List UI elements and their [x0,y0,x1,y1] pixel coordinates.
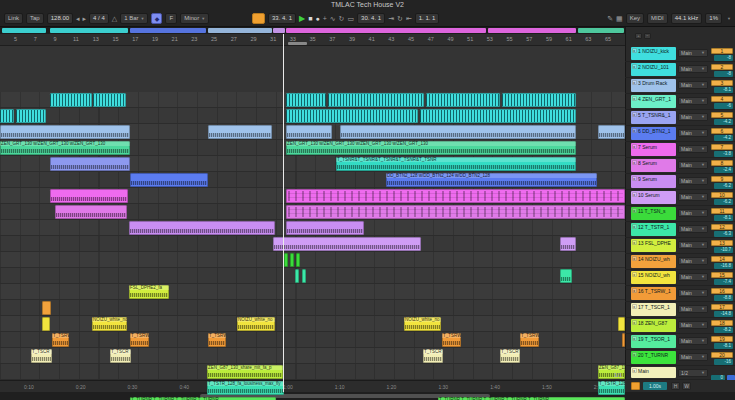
volume-display[interactable]: -8.1 [714,215,733,221]
fold-arrow-icon[interactable]: ▸ [632,368,637,373]
clip[interactable] [42,301,51,315]
track-name[interactable]: ▸Main [631,367,676,378]
volume-display[interactable]: -16.8 [714,263,733,269]
clip[interactable]: T_TSCR [31,349,52,363]
volume-display[interactable]: -3.8 [714,151,733,157]
track-header[interactable]: ▸17 T_TSCR_1Main▼17-14.8 [625,302,735,318]
track-activator[interactable]: 5 [711,112,733,118]
track-name[interactable]: ▸16 T_TSRW_1 [631,287,676,300]
tempo-display[interactable]: 128.00 [47,13,73,24]
clip[interactable] [50,189,128,203]
output-routing-chooser[interactable]: Main▼ [678,81,708,89]
play-button[interactable]: ▶ [299,13,305,24]
volume-display[interactable]: -6.3 [714,231,733,237]
track-activator[interactable]: 2 [711,64,733,70]
fold-arrow-icon[interactable]: ▸ [632,336,637,341]
track-header[interactable]: ▸20 T_TURNRMain▼20-16 [625,350,735,366]
track-header[interactable]: ▸8 SerumMain▼8-2.4 [625,158,735,174]
track-activator[interactable]: 9 [711,176,733,182]
clip[interactable]: NOIZU_white_no [404,317,441,331]
draw-mode-pencil-icon[interactable]: ✎ [607,13,613,24]
track-activator[interactable]: 4 [711,96,733,102]
track-name[interactable]: ▸17 T_TSCR_1 [631,303,676,316]
clip[interactable]: T_TSRW [520,333,539,347]
tap-tempo-button[interactable]: Tap [26,13,44,24]
fold-arrow-icon[interactable]: ▸ [632,320,637,325]
computer-midi-keyboard-icon[interactable]: ▦ [616,13,623,24]
loop-length-display[interactable]: 1. 1. 1 [415,13,440,24]
clip[interactable] [420,109,576,123]
clip[interactable] [93,93,126,107]
clip[interactable] [273,237,421,251]
metronome-icon[interactable]: △ [112,13,117,24]
track-activator[interactable]: 14 [711,256,733,262]
output-routing-chooser[interactable]: 1/2▼ [678,369,708,377]
clip[interactable] [296,253,300,267]
clip[interactable] [618,317,625,331]
fold-arrow-icon[interactable]: ▸ [632,256,637,261]
fold-arrow-icon[interactable]: ▸ [632,64,637,69]
track-lane[interactable] [0,284,625,300]
scale-mode-button[interactable]: ◆ [151,13,162,24]
track-name[interactable]: ▸11 T_TSN_s [631,207,676,220]
track-name[interactable]: ▸14 NOIZU_wh [631,255,676,268]
clip[interactable] [0,125,130,139]
clip[interactable]: T_TSCR [500,349,520,363]
clip[interactable] [50,157,130,171]
track-header[interactable]: ▸14 NOIZU_whMain▼14-16.8 [625,254,735,270]
output-routing-chooser[interactable]: Main▼ [678,177,708,185]
overdub-icon[interactable]: + [323,13,327,24]
clip[interactable]: T_TSRW [130,333,149,347]
volume-display[interactable]: -2.4 [714,167,733,173]
volume-display[interactable]: -14.8 [714,311,733,317]
fold-arrow-icon[interactable]: ▸ [632,144,637,149]
fold-arrow-icon[interactable]: ▸ [632,80,637,85]
time-signature-display[interactable]: 4 / 4 [89,13,109,24]
midi-map-button[interactable]: MIDI [647,13,668,24]
track-header[interactable]: ▸18 ZEN_G87Main▼18-8.2 [625,318,735,334]
volume-display[interactable]: -8.8 [714,295,733,301]
output-routing-chooser[interactable]: Main▼ [678,225,708,233]
clip[interactable]: T_TSCR [423,349,443,363]
time-selection-box[interactable]: 1.00s [643,382,667,390]
track-activator[interactable]: 20 [711,352,733,358]
clip[interactable]: NOIZU_white_no [237,317,275,331]
clip[interactable] [42,317,50,331]
track-lane[interactable] [0,348,625,364]
clip[interactable] [284,253,288,267]
fold-arrow-icon[interactable]: ▸ [632,352,637,357]
volume-display[interactable]: -4.2 [714,119,733,125]
track-lane[interactable] [0,300,625,316]
track-header[interactable]: ▸13 FSL_DPHEMain▼13-10.7 [625,238,735,254]
track-name[interactable]: ▸6 DD_BTN2_1 [631,127,676,140]
collapse-tracks-button[interactable]: − [644,33,651,39]
volume-display[interactable]: -4.2 [714,135,733,141]
nudge-down-icon[interactable]: ◂ [76,13,80,24]
optimize-height-button[interactable]: H [671,382,680,390]
track-header[interactable]: ▸7 SerumMain▼7-3.8 [625,142,735,158]
track-activator[interactable]: 1 [711,48,733,54]
track-name[interactable]: ▸4 ZEN_GRT_1 [631,95,676,108]
punch-out-icon[interactable]: ⇤ [406,13,412,24]
track-header[interactable]: ▸12 T_TSTR_1Main▼12-6.3 [625,222,735,238]
track-name[interactable]: ▸3 Drum Rack [631,79,676,92]
track-activator[interactable]: 6 [711,128,733,134]
track-header[interactable]: ▸11 T_TSN_sMain▼11-8.1 [625,206,735,222]
clip[interactable]: T_TSNR&T_TSNR&T_TSNR&T_TSNR&T_TSNR [336,157,576,171]
clip[interactable] [286,221,364,235]
volume-display[interactable]: -16 [714,359,733,365]
clip[interactable] [130,173,208,187]
track-header[interactable]: ▸19 T_TSOR_1Main▼19-8.1 [625,334,735,350]
key-map-button[interactable]: Key [626,13,644,24]
output-routing-chooser[interactable]: Main▼ [678,193,708,201]
clip[interactable] [560,237,576,251]
clip[interactable] [55,205,127,219]
capture-midi-icon[interactable]: ▭ [347,13,354,24]
track-name[interactable]: ▸13 FSL_DPHE [631,239,676,252]
track-name[interactable]: ▸8 Serum [631,159,676,172]
clip[interactable]: ZEN_GRT_130 w/ZEN_GRT_130 w/ZEN_GRT_130 [0,141,130,155]
re-enable-automation-icon[interactable]: ↻ [339,13,345,24]
root-note-menu[interactable]: F [165,13,177,24]
volume-display[interactable]: -8.1 [714,343,733,349]
clip[interactable] [426,93,500,107]
